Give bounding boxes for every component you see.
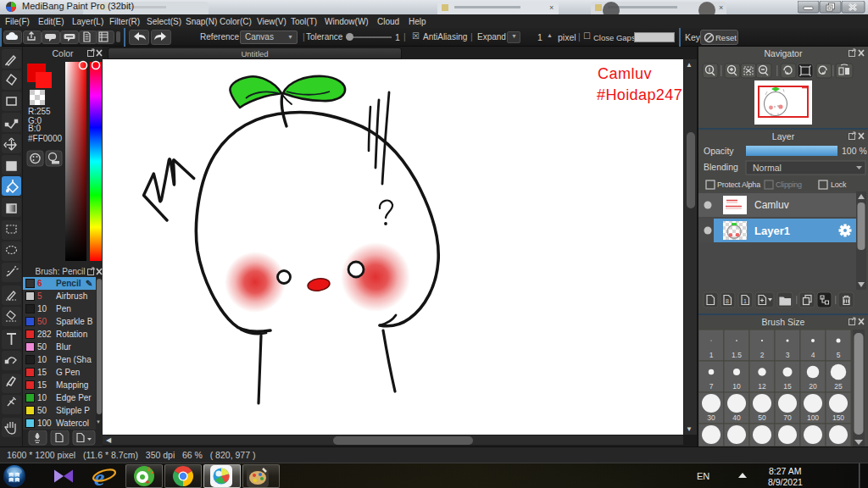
svg-text:25: 25: [834, 382, 843, 391]
svg-text:R:255: R:255: [28, 107, 51, 116]
svg-text:#FF0000: #FF0000: [28, 134, 62, 143]
svg-text:12: 12: [758, 382, 766, 391]
svg-text:Opacity: Opacity: [704, 146, 734, 156]
svg-text:B:0: B:0: [28, 124, 41, 133]
svg-text:Camluv: Camluv: [754, 199, 789, 211]
svg-text:1: 1: [743, 298, 747, 304]
svg-text:×: ×: [549, 3, 554, 12]
svg-text:150: 150: [832, 413, 844, 422]
svg-text:Camluv: Camluv: [598, 65, 652, 82]
svg-text:15: 15: [783, 382, 792, 391]
svg-text:Layer1: Layer1: [754, 225, 790, 237]
svg-text:1: 1: [709, 351, 714, 359]
svg-text:Navigator: Navigator: [765, 48, 803, 58]
svg-text:Clipping: Clipping: [776, 180, 802, 189]
svg-text:1.5: 1.5: [732, 351, 742, 359]
svg-text:30: 30: [707, 413, 715, 422]
svg-text:EN: EN: [697, 471, 709, 481]
svg-text:100 %: 100 %: [842, 146, 867, 156]
svg-text:8/9/2021: 8/9/2021: [768, 477, 803, 487]
svg-text:Normal: Normal: [753, 163, 782, 173]
svg-text:Blending: Blending: [704, 162, 738, 172]
svg-text:40: 40: [732, 413, 741, 422]
svg-text:Protect Alpha: Protect Alpha: [717, 180, 760, 189]
svg-text:20: 20: [809, 382, 817, 391]
svg-text:Brush Size: Brush Size: [762, 317, 805, 327]
svg-text:Lock: Lock: [831, 180, 847, 189]
svg-text:4: 4: [811, 351, 815, 359]
svg-text:5: 5: [837, 351, 841, 359]
svg-text:7: 7: [709, 382, 714, 391]
svg-text:3: 3: [786, 351, 790, 359]
svg-text:10: 10: [732, 382, 741, 391]
svg-text:100: 100: [807, 413, 819, 422]
svg-text:2: 2: [760, 351, 765, 359]
svg-text:8: 8: [726, 298, 729, 304]
svg-text:50: 50: [758, 413, 766, 422]
svg-text:70: 70: [783, 413, 792, 422]
svg-text:Layer: Layer: [772, 131, 795, 141]
svg-text:#Hoidap247: #Hoidap247: [597, 86, 682, 103]
svg-text:×: ×: [719, 3, 723, 12]
svg-text:e: e: [94, 464, 104, 488]
svg-text:8:27 AM: 8:27 AM: [769, 466, 802, 476]
